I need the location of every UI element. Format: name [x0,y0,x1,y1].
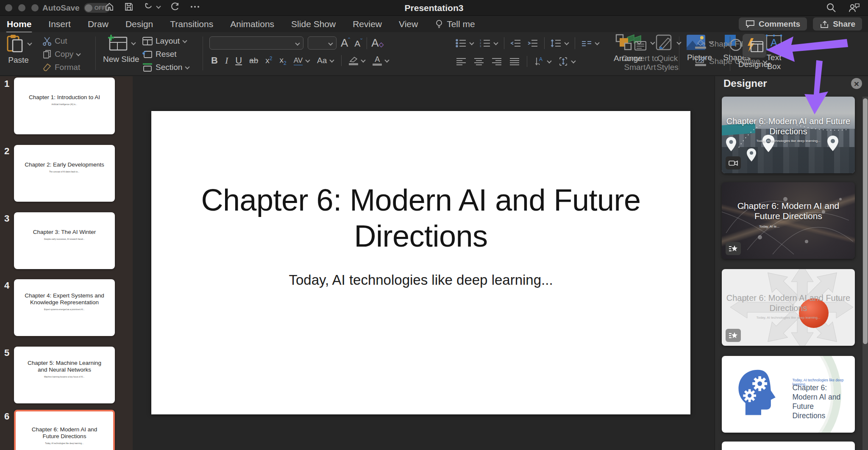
design-ideas-icon [729,245,738,253]
design-suggestion-5-partial[interactable] [722,442,855,450]
slide-thumbnail-6-selected[interactable]: Chapter 6: Modern AI and Future Directio… [14,410,115,450]
video-camera-icon [729,160,738,167]
tab-design[interactable]: Design [125,17,154,31]
designer-panel: Designer × Chapter 6: Modern AI and Futu… [715,76,868,450]
comment-icon [746,20,755,28]
tab-view[interactable]: View [398,17,419,31]
tab-slide-show[interactable]: Slide Show [290,17,337,31]
designer-panel-title: Designer [723,78,767,89]
slide-thumbnail-2[interactable]: Chapter 2: Early Developments The concep… [14,145,115,202]
powerpoint-window: AutoSave OFF Presentation3 Home Insert [0,0,868,450]
slide-thumbnail-pane: 1 Chapter 1: Introduction to AI Artifici… [0,76,133,450]
slide-number: 2 [4,146,9,157]
slide-title-text[interactable]: Chapter 6: Modern AI and Future Directio… [181,182,660,254]
share-icon [820,20,829,28]
slide-number: 1 [4,78,9,89]
designer-icon [745,37,764,54]
designer-panel-close-button[interactable]: × [851,78,862,89]
share-button[interactable]: Share [813,17,862,31]
tab-animations[interactable]: Animations [229,17,275,31]
tab-draw[interactable]: Draw [87,17,109,31]
designer-button[interactable]: Designer [738,34,771,69]
design-ideas-badge [726,242,741,255]
tab-review[interactable]: Review [352,17,383,31]
slide-number: 3 [4,213,9,224]
current-slide[interactable]: Chapter 6: Modern AI and Future Directio… [151,111,690,414]
account-icon[interactable] [848,2,860,13]
design-suggestion-2[interactable]: Chapter 6: Modern AI and Future Directio… [722,182,855,259]
slide-editing-canvas[interactable]: Chapter 6: Modern AI and Future Directio… [133,76,714,450]
lightbulb-icon [435,19,443,29]
ribbon-tab-bar: Home Insert Draw Design Transitions Anim… [0,16,868,32]
video-badge [726,156,741,169]
arrange-icon [615,34,634,52]
design-suggestion-4[interactable]: Today, AI technologies like deep learnin… [722,356,855,433]
comments-button[interactable]: Comments [739,17,807,31]
slide-thumbnail-4[interactable]: Chapter 4: Expert Systems and Knowledge … [14,279,115,336]
title-bar: AutoSave OFF Presentation3 [0,0,868,16]
slide-number: 5 [4,347,9,358]
design-ideas-icon [729,332,738,339]
slide-thumbnail-5[interactable]: Chapter 5: Machine Learning and Neural N… [14,347,115,403]
tab-insert[interactable]: Insert [47,17,72,31]
design-suggestion-1[interactable]: Chapter 6: Modern AI and Future Directio… [722,97,855,173]
slide-subtitle-text[interactable]: Today, AI technologies like deep learnin… [289,272,553,288]
shape-fill-icon [695,39,706,46]
tab-transitions[interactable]: Transitions [169,17,214,31]
shape-outline-icon [695,56,706,63]
tab-tell-me[interactable]: Tell me [434,17,476,31]
slide-thumbnail-3[interactable]: Chapter 3: The AI Winter Despite early s… [14,212,115,269]
slide-thumbnail-1[interactable]: Chapter 1: Introduction to AI Artificial… [14,78,115,134]
design-ideas-badge [726,329,741,342]
slide-number: 4 [4,280,9,291]
designer-scrollbar-thumb[interactable] [863,98,868,344]
quick-styles-button[interactable]: Quick Styles [653,34,682,72]
quick-styles-icon [654,34,674,52]
head-gears-graphic [731,367,782,422]
design-suggestion-3[interactable]: Chapter 6: Modern AI and Future Directio… [722,269,855,346]
document-title: Presentation3 [0,3,868,13]
search-icon[interactable] [826,2,837,13]
tab-home[interactable]: Home [6,17,32,31]
arrange-button[interactable]: Arrange [614,34,643,63]
slide-number: 6 [4,411,9,422]
